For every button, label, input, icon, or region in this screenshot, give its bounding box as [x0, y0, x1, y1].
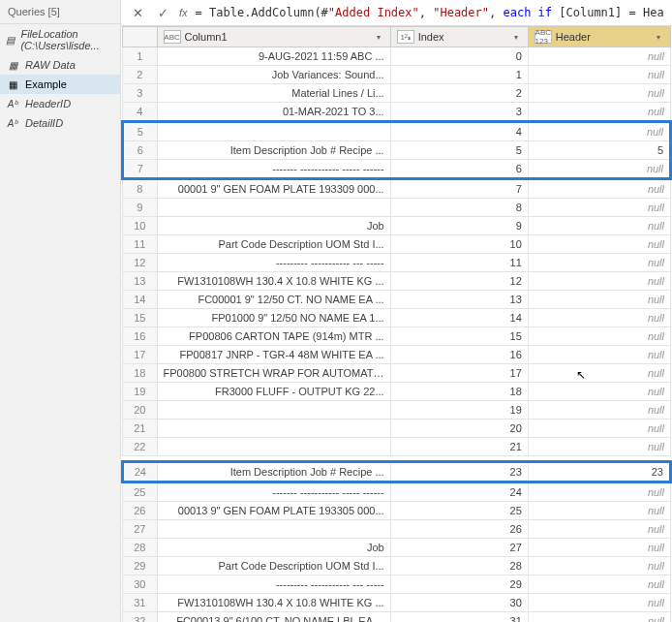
table-row[interactable]: 29Part Code Description UOM Std I...28nu… — [123, 557, 671, 575]
cell-column1[interactable]: Item Description Job # Recipe ... — [157, 462, 390, 482]
row-number-cell[interactable]: 12 — [123, 254, 158, 272]
cell-header[interactable]: null — [528, 309, 670, 327]
cell-index[interactable]: 13 — [390, 291, 528, 309]
cell-column1[interactable]: --------- ----------- --- ----- — [157, 254, 390, 272]
cell-header[interactable]: null — [528, 235, 670, 254]
formula-commit-button[interactable]: ✓ — [154, 4, 171, 21]
cell-header[interactable]: null — [528, 364, 670, 383]
cell-index[interactable]: 12 — [390, 272, 528, 291]
table-row[interactable]: 19FR3000 FLUFF - OUTPUT KG 22...18null — [123, 383, 671, 401]
cell-column1[interactable]: FP00800 STRETCH WRAP FOR AUTOMATI... — [157, 364, 390, 383]
row-number-cell[interactable]: 1 — [123, 47, 158, 66]
table-row[interactable]: 54null — [123, 122, 671, 141]
cell-header[interactable]: null — [528, 520, 670, 539]
row-number-cell[interactable]: 11 — [123, 235, 158, 254]
cell-index[interactable]: 11 — [390, 254, 528, 272]
row-number-cell[interactable]: 8 — [123, 179, 158, 199]
cell-header[interactable]: 5 — [528, 141, 670, 160]
cell-column1[interactable]: 00001 9" GEN FOAM PLATE 193309 000... — [157, 179, 390, 199]
row-number-cell[interactable]: 31 — [123, 594, 158, 612]
cell-index[interactable]: 10 — [390, 235, 528, 254]
table-row[interactable]: 2019null — [123, 401, 671, 420]
cell-column1[interactable]: Material Lines / Li... — [157, 84, 390, 103]
cell-column1[interactable]: FW1310108WH 130.4 X 10.8 WHITE KG ... — [157, 594, 390, 612]
cell-header[interactable]: null — [528, 272, 670, 291]
cell-column1[interactable]: Part Code Description UOM Std I... — [157, 235, 390, 254]
cell-column1[interactable] — [157, 122, 390, 141]
sidebar-item[interactable]: AᵇDetailID — [0, 113, 120, 133]
cell-index[interactable]: 1 — [390, 66, 528, 84]
cell-header[interactable]: null — [528, 327, 670, 346]
cell-index[interactable]: 31 — [390, 612, 528, 623]
cell-column1[interactable] — [157, 520, 390, 539]
cell-column1[interactable]: ------- ----------- ----- ------ — [157, 482, 390, 502]
row-number-cell[interactable]: 3 — [123, 84, 158, 103]
table-row[interactable]: 3Material Lines / Li...2null — [123, 84, 671, 103]
table-row[interactable]: 11Part Code Description UOM Std I...10nu… — [123, 235, 671, 254]
cell-header[interactable]: null — [528, 557, 670, 575]
cell-index[interactable]: 4 — [390, 122, 528, 141]
data-grid[interactable]: ABC Column1 ▾ 1²₃ Index ▾ — [121, 26, 672, 622]
filter-dropdown-icon[interactable]: ▾ — [653, 31, 664, 43]
cell-header[interactable]: null — [528, 103, 670, 122]
cell-index[interactable]: 16 — [390, 346, 528, 364]
cell-header[interactable]: null — [528, 482, 670, 502]
table-row[interactable]: 19-AUG-2021 11:59 ABC ...0null — [123, 47, 671, 66]
row-number-cell[interactable]: 20 — [123, 401, 158, 420]
cell-header[interactable]: null — [528, 539, 670, 557]
cell-index[interactable]: 15 — [390, 327, 528, 346]
cell-index[interactable]: 0 — [390, 47, 528, 66]
table-row[interactable]: 16FP00806 CARTON TAPE (914m) MTR ...15nu… — [123, 327, 671, 346]
cell-header[interactable]: null — [528, 383, 670, 401]
table-row[interactable]: 7------- ----------- ----- ------6null — [123, 160, 671, 179]
cell-index[interactable]: 24 — [390, 482, 528, 502]
cell-column1[interactable]: Item Description Job # Recipe ... — [157, 141, 390, 160]
cell-header[interactable]: null — [528, 438, 670, 456]
table-row[interactable]: 2600013 9" GEN FOAM PLATE 193305 000...2… — [123, 502, 671, 520]
cell-index[interactable]: 14 — [390, 309, 528, 327]
table-row[interactable]: 2221null — [123, 438, 671, 456]
table-row[interactable]: 13FW1310108WH 130.4 X 10.8 WHITE KG ...1… — [123, 272, 671, 291]
cell-index[interactable]: 30 — [390, 594, 528, 612]
formula-text[interactable]: = Table.AddColumn(#"Added Index", "Heade… — [196, 6, 664, 19]
cell-index[interactable]: 17 — [390, 364, 528, 383]
cell-column1[interactable]: --------- ----------- --- ----- — [157, 575, 390, 594]
row-number-cell[interactable]: 7 — [123, 160, 158, 179]
cell-column1[interactable]: FC00001 9" 12/50 CT. NO NAME EA ... — [157, 291, 390, 309]
row-number-cell[interactable]: 16 — [123, 327, 158, 346]
cell-index[interactable]: 6 — [390, 160, 528, 179]
filter-dropdown-icon[interactable]: ▾ — [510, 31, 522, 43]
cell-column1[interactable]: Job — [157, 217, 390, 235]
row-number-header[interactable] — [123, 27, 158, 47]
table-row[interactable]: 32FC00013 9" 6/100 CT. NO NAME LBL EA ..… — [123, 612, 671, 623]
cell-column1[interactable] — [157, 438, 390, 456]
row-number-cell[interactable]: 21 — [123, 420, 158, 438]
cell-column1[interactable] — [157, 401, 390, 420]
cell-column1[interactable]: FP00817 JNRP - TGR-4 48M WHITE EA ... — [157, 346, 390, 364]
table-row[interactable]: 31FW1310108WH 130.4 X 10.8 WHITE KG ...3… — [123, 594, 671, 612]
row-number-cell[interactable]: 15 — [123, 309, 158, 327]
filter-dropdown-icon[interactable]: ▾ — [373, 31, 384, 43]
cell-index[interactable]: 29 — [390, 575, 528, 594]
sidebar-item[interactable]: ▤FileLocation (C:\Users\lisde... — [0, 24, 120, 55]
row-number-cell[interactable]: 25 — [123, 482, 158, 502]
cell-index[interactable]: 21 — [390, 438, 528, 456]
column-header-column1[interactable]: ABC Column1 ▾ — [157, 27, 390, 47]
table-row[interactable]: 25------- ----------- ----- ------24null — [123, 482, 671, 502]
cell-header[interactable]: null — [528, 594, 670, 612]
cell-column1[interactable]: Part Code Description UOM Std I... — [157, 557, 390, 575]
table-row[interactable]: 2726null — [123, 520, 671, 539]
cell-index[interactable]: 8 — [390, 199, 528, 217]
cell-column1[interactable]: FC00013 9" 6/100 CT. NO NAME LBL EA ... — [157, 612, 390, 623]
table-row[interactable]: 2120null — [123, 420, 671, 438]
row-number-cell[interactable]: 14 — [123, 291, 158, 309]
row-number-cell[interactable]: 18 — [123, 364, 158, 383]
table-row[interactable]: 15FP01000 9" 12/50 NO NAME EA 1...14null — [123, 309, 671, 327]
cell-column1[interactable]: FR3000 FLUFF - OUTPUT KG 22... — [157, 383, 390, 401]
cell-header[interactable]: null — [528, 179, 670, 199]
table-row[interactable]: 24Item Description Job # Recipe ...2323 — [123, 462, 671, 482]
table-row[interactable]: 401-MAR-2021 TO 3...3null — [123, 103, 671, 122]
table-row[interactable]: 30--------- ----------- --- -----29null — [123, 575, 671, 594]
cell-column1[interactable] — [157, 420, 390, 438]
row-number-cell[interactable]: 28 — [123, 539, 158, 557]
